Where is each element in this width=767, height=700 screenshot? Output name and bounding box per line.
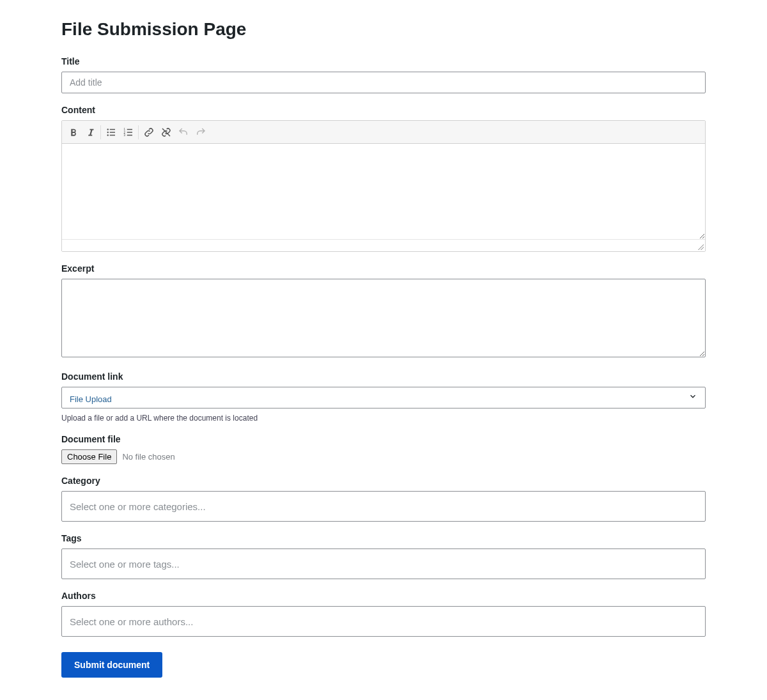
bold-button[interactable] — [65, 123, 82, 141]
label-tags: Tags — [61, 533, 706, 543]
document-link-select[interactable]: File Upload — [61, 387, 706, 408]
label-excerpt: Excerpt — [61, 263, 706, 274]
field-excerpt: Excerpt — [61, 263, 706, 360]
undo-icon — [178, 127, 189, 138]
svg-rect-1 — [109, 129, 114, 130]
svg-text:3: 3 — [123, 134, 125, 137]
numbered-list-icon: 123 — [123, 127, 134, 138]
redo-button[interactable] — [192, 123, 209, 141]
svg-rect-3 — [109, 132, 114, 133]
italic-button[interactable] — [82, 123, 99, 141]
link-icon — [143, 127, 155, 138]
italic-icon — [85, 127, 97, 138]
editor-resize-handle[interactable] — [62, 240, 705, 251]
field-document-file: Document file Choose File No file chosen — [61, 434, 706, 464]
authors-multiselect[interactable]: Select one or more authors... — [61, 606, 706, 637]
toolbar-separator — [138, 125, 139, 139]
tags-multiselect[interactable]: Select one or more tags... — [61, 548, 706, 579]
page-title: File Submission Page — [61, 18, 706, 41]
svg-rect-5 — [109, 135, 114, 136]
chevron-down-icon — [688, 392, 697, 403]
link-button[interactable] — [140, 123, 157, 141]
tags-placeholder: Select one or more tags... — [70, 559, 180, 570]
content-editor-body[interactable] — [62, 144, 705, 240]
document-link-selected: File Upload — [62, 391, 705, 404]
numbered-list-button[interactable]: 123 — [120, 123, 137, 141]
svg-point-2 — [107, 132, 108, 133]
authors-placeholder: Select one or more authors... — [70, 616, 193, 627]
svg-rect-9 — [127, 132, 132, 133]
svg-rect-11 — [127, 135, 132, 136]
unlink-button[interactable] — [157, 123, 174, 141]
file-status-text: No file chosen — [122, 452, 174, 462]
field-document-link: Document link File Upload Upload a file … — [61, 371, 706, 423]
toolbar-separator — [100, 125, 101, 139]
category-placeholder: Select one or more categories... — [70, 501, 206, 512]
label-document-file: Document file — [61, 434, 706, 444]
field-tags: Tags Select one or more tags... — [61, 533, 706, 579]
label-category: Category — [61, 476, 706, 486]
rich-text-editor: 123 — [61, 120, 706, 252]
unlink-icon — [160, 127, 172, 138]
label-document-link: Document link — [61, 371, 706, 382]
document-link-helper: Upload a file or add a URL where the doc… — [61, 414, 706, 423]
file-chooser: Choose File No file chosen — [61, 449, 706, 464]
label-content: Content — [61, 105, 706, 115]
field-category: Category Select one or more categories..… — [61, 476, 706, 522]
excerpt-textarea[interactable] — [61, 279, 706, 357]
label-title: Title — [61, 56, 706, 66]
field-authors: Authors Select one or more authors... — [61, 591, 706, 637]
editor-toolbar: 123 — [62, 121, 705, 144]
field-title: Title — [61, 56, 706, 93]
bulleted-list-button[interactable] — [102, 123, 120, 141]
svg-point-4 — [107, 134, 108, 136]
redo-icon — [195, 127, 206, 138]
undo-button[interactable] — [174, 123, 192, 141]
title-input[interactable] — [61, 72, 706, 93]
bold-icon — [68, 127, 79, 138]
choose-file-button[interactable]: Choose File — [61, 449, 117, 464]
label-authors: Authors — [61, 591, 706, 601]
file-submission-page: File Submission Page Title Content 123 — [61, 0, 706, 700]
category-multiselect[interactable]: Select one or more categories... — [61, 491, 706, 522]
submit-document-button[interactable]: Submit document — [61, 652, 162, 678]
bulleted-list-icon — [105, 127, 117, 138]
svg-rect-7 — [127, 129, 132, 130]
field-content: Content 123 — [61, 105, 706, 252]
svg-point-0 — [107, 128, 108, 130]
